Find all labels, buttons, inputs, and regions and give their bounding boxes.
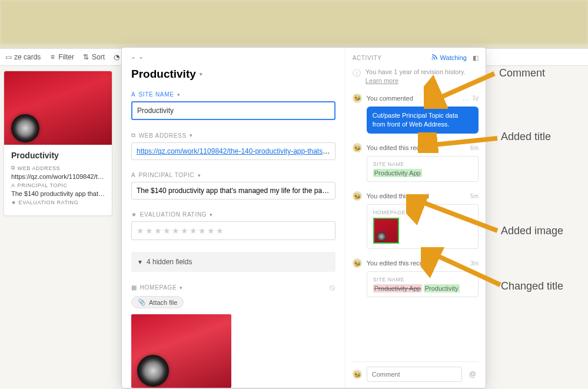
watching-toggle[interactable]: Watching [431,54,467,62]
chevron-down-icon[interactable]: ▾ [210,212,213,218]
site-name-input[interactable] [131,101,335,120]
activity-change-card: SITE NAME Productivity App [367,156,479,182]
avatar: 🐝 [353,94,362,103]
ellipsis-icon[interactable]: … [462,95,469,102]
chevron-down-icon[interactable]: ▾ [190,132,193,138]
mention-button[interactable]: @ [467,370,479,378]
principal-topic-value[interactable]: The $140 productivity app that's managed… [131,182,335,200]
change-field-label: SITE NAME [373,277,472,282]
next-record-button[interactable]: ˅ [139,56,143,65]
paperclip-icon: 📎 [138,298,146,306]
activity-time: 1y [472,95,479,101]
activity-change-card: HOMEPAGE [367,204,479,249]
activity-line: You edited this record [367,144,429,151]
field-homepage: ▦ HOMEPAGE ▾ ⦸ 📎 Attach file [131,282,335,388]
annotation-added-title: Added title [501,131,551,143]
activity-title: ACTIVITY [353,55,382,61]
field-label: A SITE NAME ▾ [131,91,335,98]
card-principal-topic: The $140 productivity app that's m… [11,190,105,197]
star-icon: ★ [11,200,16,205]
svg-point-0 [431,59,433,60]
avatar: 🐝 [353,370,362,379]
chevron-down-icon[interactable]: ▾ [198,172,201,178]
stars-icon: ★★★★★★★★★★ [137,226,225,235]
attach-file-button[interactable]: 📎 Attach file [131,296,184,308]
comment-bubble: Cut/paste Principal Topic data from fron… [367,107,479,134]
header-blur-band [0,0,588,44]
chevron-down-icon: ▾ [200,71,202,77]
field-label: ⧉ WEB ADDRESS ▾ [131,132,335,139]
activity-body: SITE NAME Productivity App [367,156,479,182]
card-body: Productivity ⧉WEB ADDRESS https://qz.com… [4,145,112,215]
image-detail [137,355,169,387]
text-icon: A [131,91,135,98]
activity-pane: ACTIVITY Watching ◧ ⓘ You have 1 year of… [345,48,486,388]
avatar: 🐝 [353,258,362,268]
label: Filter [58,53,74,61]
rss-icon [431,54,438,62]
chevron-down-icon[interactable]: ▾ [177,92,181,98]
activity-body: HOMEPAGE [367,204,479,249]
field-label: ▦ HOMEPAGE ▾ ⦸ [131,282,335,292]
avatar: 🐝 [353,191,362,201]
label: Sort [92,53,105,61]
activity-time: 3m [470,260,479,267]
chevron-down-icon[interactable]: ▾ [180,285,183,291]
activity-body: Cut/paste Principal Topic data from fron… [367,107,479,134]
field-site-name: A SITE NAME ▾ [131,91,335,120]
visibility-icon[interactable]: ⦸ [330,282,335,292]
avatar: 🐝 [353,143,362,152]
field-web-address: ⧉ WEB ADDRESS ▾ https://qz.com/work/1109… [131,132,335,160]
collapse-activity-button[interactable]: ◧ [473,54,479,62]
cards-icon: ▭ [5,54,12,61]
card-cover-image [4,71,112,145]
annotation-added-image: Added image [501,225,563,237]
activity-item: 🐝 You edited this record 5m [353,191,479,201]
activity-line: You edited this record [367,192,429,200]
web-address-value[interactable]: https://qz.com/work/1109842/the-140-prod… [131,142,335,160]
comment-input[interactable] [367,367,462,382]
record-title[interactable]: Productivity ▾ [131,68,335,81]
card-web-address: https://qz.com/work/1109842/the-… [11,173,105,180]
sort-icon: ⇅ [82,54,89,61]
history-note: ⓘ You have 1 year of revision history. L… [353,68,479,85]
resize-cards-button[interactable]: ▭ ze cards [5,53,41,61]
removed-value: Productivity App [373,284,422,292]
bucket-icon: ◔ [113,54,120,61]
activity-header: ACTIVITY Watching ◧ [353,54,479,62]
annotation-changed-title: Changed title [501,280,563,292]
card-title: Productivity [11,151,105,160]
link-icon: ⧉ [131,132,136,139]
activity-change-card: SITE NAME Productivity App Productivity [367,271,479,297]
sort-button[interactable]: ⇅ Sort [82,53,105,61]
activity-item: 🐝 You edited this record 6m [353,143,479,152]
field-label: ★ EVALUATION RATING ▾ [131,211,335,218]
card-field-label: ⧉WEB ADDRESS [11,165,105,171]
change-field-label: SITE NAME [373,161,472,167]
card-field-label: ★EVALUATION RATING [11,200,105,205]
learn-more-link[interactable]: Learn more [366,77,398,84]
image-detail [11,114,39,142]
homepage-attachment[interactable] [131,314,231,388]
activity-line: You commented [367,95,413,102]
chevron-down-icon: ▾ [138,258,142,266]
annotation-comment: Comment [499,67,545,79]
rating-input[interactable]: ★★★★★★★★★★ [131,221,335,240]
change-field-label: HOMEPAGE [373,210,472,215]
activity-time: 6m [470,145,479,151]
activity-body: SITE NAME Productivity App Productivity [367,271,479,297]
star-icon: ★ [131,211,137,218]
gallery-card[interactable]: Productivity ⧉WEB ADDRESS https://qz.com… [4,71,112,216]
filter-button[interactable]: ≡ Filter [49,53,74,61]
link-icon: ⧉ [11,165,15,171]
prev-record-button[interactable]: ˄ [131,56,135,65]
activity-line: You edited this record [367,260,429,267]
added-image-thumb [373,218,399,244]
activity-item: 🐝 You commented … 1y [353,94,479,103]
added-value: Productivity [424,284,460,292]
hidden-fields-toggle[interactable]: ▾ 4 hidden fields [131,252,335,272]
label: ze cards [14,53,41,61]
text-icon: A [11,182,15,188]
activity-item: 🐝 You edited this record 3m [353,258,479,268]
field-principal-topic: A PRINCIPAL TOPIC ▾ The $140 productivit… [131,172,335,200]
